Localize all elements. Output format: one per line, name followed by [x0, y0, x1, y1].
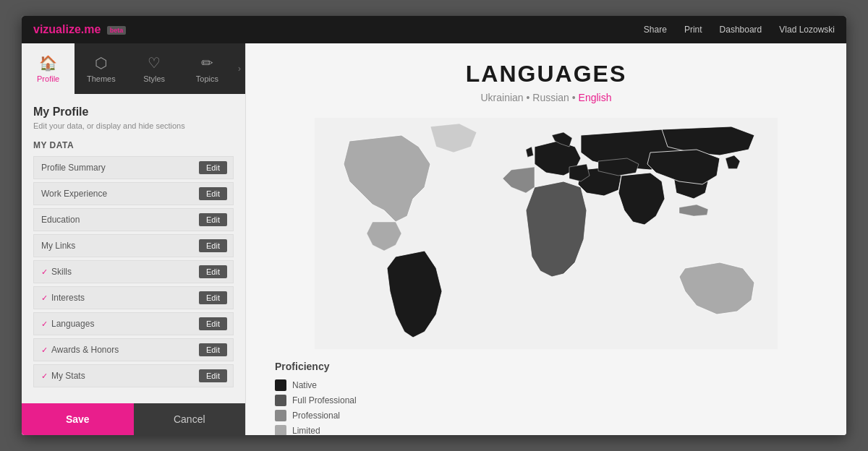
skills-check: ✓ [41, 267, 48, 277]
languages-label: ✓ Languages [41, 319, 94, 329]
prof-native-label: Native [292, 380, 317, 390]
world-map-svg [275, 118, 817, 349]
my-stats-label: ✓ My Stats [41, 371, 85, 381]
prof-limited-box [275, 425, 286, 435]
prof-full-box [275, 395, 286, 406]
profile-icon: 🏠 [39, 54, 57, 72]
my-links-label: My Links [41, 241, 75, 251]
row-work-experience: Work Experience Edit [33, 182, 234, 205]
profile-subtitle: Edit your data, or display and hide sect… [33, 121, 234, 130]
print-link[interactable]: Print [684, 25, 702, 35]
prof-professional-box [275, 410, 286, 421]
edit-languages[interactable]: Edit [199, 317, 227, 330]
proficiency-items: Native Full Professional Professional Li… [275, 379, 817, 435]
interests-check: ✓ [41, 293, 48, 303]
section-label: My Data [33, 140, 234, 150]
beta-badge: beta [107, 26, 127, 35]
edit-awards[interactable]: Edit [199, 343, 227, 356]
prof-full-item: Full Professional [275, 395, 817, 406]
proficiency-title: Proficiency [275, 361, 817, 372]
main-body: 🏠 Profile ⬡ Themes ♡ Styles ✏ Topics › [22, 43, 846, 435]
proficiency-section: Proficiency Native Full Professional Pro… [275, 361, 817, 435]
edit-work-experience[interactable]: Edit [199, 187, 227, 200]
sidebar: 🏠 Profile ⬡ Themes ♡ Styles ✏ Topics › [22, 43, 246, 435]
cancel-button[interactable]: Cancel [134, 403, 246, 435]
prof-native-box [275, 379, 286, 391]
profile-summary-label: Profile Summary [41, 163, 106, 173]
tab-styles[interactable]: ♡ Styles [128, 43, 181, 94]
prof-professional-label: Professional [292, 411, 340, 421]
prof-full-label: Full Professional [292, 395, 357, 405]
sidebar-content: My Profile Edit your data, or display an… [22, 94, 245, 403]
top-bar: vizualize.me beta Share Print Dashboard … [22, 16, 846, 43]
prof-limited-label: Limited [292, 426, 320, 435]
row-awards: ✓ Awards & Honors Edit [33, 338, 234, 361]
tab-themes[interactable]: ⬡ Themes [75, 43, 127, 94]
skills-label: ✓ Skills [41, 267, 72, 277]
edit-my-links[interactable]: Edit [199, 239, 227, 252]
row-interests: ✓ Interests Edit [33, 286, 234, 309]
styles-icon: ♡ [148, 54, 161, 72]
app-window: vizualize.me beta Share Print Dashboard … [22, 16, 846, 435]
share-link[interactable]: Share [644, 25, 667, 35]
dashboard-link[interactable]: Dashboard [720, 25, 762, 35]
row-languages: ✓ Languages Edit [33, 312, 234, 335]
logo-text: vizualize.me [33, 23, 101, 35]
logo: vizualize.me beta [33, 23, 126, 36]
work-experience-label: Work Experience [41, 189, 107, 199]
edit-my-stats[interactable]: Edit [199, 369, 227, 382]
edit-interests[interactable]: Edit [199, 291, 227, 304]
row-education: Education Edit [33, 208, 234, 231]
subtitle-prefix: Ukrainian • Russian • [481, 92, 579, 103]
tab-profile-label: Profile [37, 74, 59, 83]
stats-check: ✓ [41, 371, 48, 381]
subtitle-highlight: English [579, 92, 612, 103]
prof-professional-item: Professional [275, 410, 817, 421]
user-link[interactable]: Vlad Lozowski [779, 25, 835, 35]
sidebar-tabs: 🏠 Profile ⬡ Themes ♡ Styles ✏ Topics › [22, 43, 245, 94]
awards-label: ✓ Awards & Honors [41, 345, 119, 355]
topics-icon: ✏ [201, 54, 213, 72]
tab-profile[interactable]: 🏠 Profile [22, 43, 75, 94]
languages-title: LANGUAGES [275, 61, 817, 87]
languages-check: ✓ [41, 319, 48, 329]
edit-profile-summary[interactable]: Edit [199, 161, 227, 174]
world-map-container [275, 118, 817, 349]
top-nav: Share Print Dashboard Vlad Lozowski [644, 25, 835, 35]
tab-themes-label: Themes [87, 74, 116, 83]
row-my-stats: ✓ My Stats Edit [33, 364, 234, 387]
sidebar-footer: Save Cancel [22, 403, 245, 435]
row-skills: ✓ Skills Edit [33, 260, 234, 283]
row-my-links: My Links Edit [33, 234, 234, 257]
prof-limited-item: Limited [275, 425, 817, 435]
education-label: Education [41, 215, 80, 225]
tab-arrow[interactable]: › [234, 64, 245, 74]
interests-label: ✓ Interests [41, 293, 85, 303]
tab-topics[interactable]: ✏ Topics [181, 43, 234, 94]
profile-title: My Profile [33, 106, 234, 119]
edit-education[interactable]: Edit [199, 213, 227, 226]
languages-subtitle: Ukrainian • Russian • English [275, 92, 817, 103]
edit-skills[interactable]: Edit [199, 265, 227, 278]
awards-check: ✓ [41, 345, 48, 355]
main-content: LANGUAGES Ukrainian • Russian • English [246, 43, 846, 435]
tab-styles-label: Styles [143, 74, 165, 83]
themes-icon: ⬡ [95, 54, 107, 72]
save-button[interactable]: Save [22, 403, 134, 435]
prof-native-item: Native [275, 379, 817, 391]
tab-topics-label: Topics [196, 74, 218, 83]
row-profile-summary: Profile Summary Edit [33, 156, 234, 179]
